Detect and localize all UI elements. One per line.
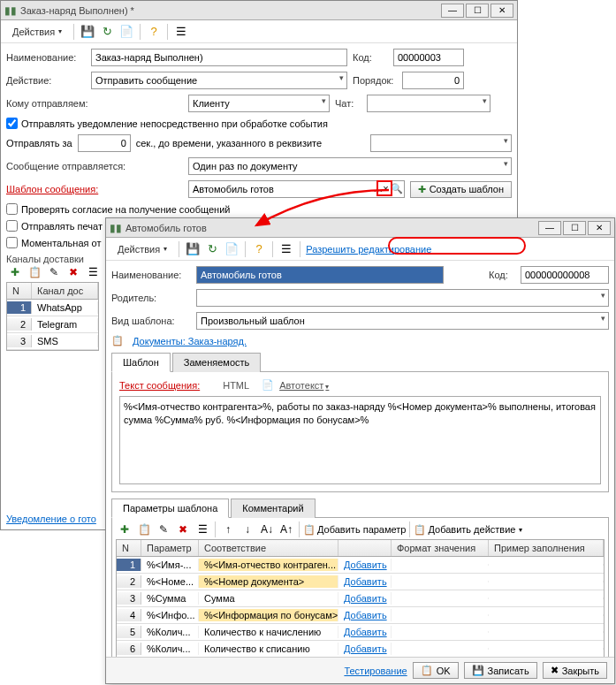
tab-comment[interactable]: Комментарий [231, 499, 315, 518]
testing-link[interactable]: Тестирование [344, 666, 407, 676]
create-template-button[interactable]: ✚Создать шаблон [410, 181, 512, 198]
table-row[interactable]: 2Telegram [7, 316, 98, 333]
up-icon[interactable]: ↑ [219, 521, 237, 537]
app-icon: ▮▮ [4, 4, 17, 17]
save-icon[interactable]: 💾 [185, 241, 201, 257]
add-icon[interactable]: ✚ [6, 264, 24, 280]
close-button[interactable]: ✕ [491, 4, 513, 18]
recipient-combo[interactable] [188, 95, 330, 112]
template-label[interactable]: Шаблон сообщения: [6, 184, 183, 194]
save-icon[interactable]: 💾 [80, 24, 95, 40]
name-input[interactable] [91, 49, 347, 66]
add-link[interactable]: Добавить [344, 643, 387, 654]
add-action-button[interactable]: 📋Добавить действие▾ [414, 524, 522, 536]
sort-asc-icon[interactable]: A↓ [258, 521, 276, 537]
close-button[interactable]: ✕ [588, 221, 611, 235]
copy-icon[interactable]: 📋 [26, 264, 43, 280]
name-label-2: Наименование: [111, 270, 191, 280]
maximize-button[interactable]: ☐ [563, 221, 586, 235]
name-input-2[interactable] [196, 266, 444, 284]
doc-icon[interactable]: 📄 [118, 24, 134, 40]
add-link[interactable]: Добавить [344, 576, 387, 587]
ok-button[interactable]: 📋 OK [413, 662, 459, 679]
chat-combo[interactable] [367, 95, 491, 112]
list-icon[interactable]: ☰ [278, 241, 294, 257]
type-label: Вид шаблона: [111, 316, 191, 326]
code-input-2[interactable] [521, 266, 609, 284]
delete-icon[interactable]: ✖ [174, 521, 192, 537]
window-template-editor: ▮▮ Автомобиль готов — ☐ ✕ Действия▾ 💾 ↻ … [105, 217, 615, 684]
sort-desc-icon[interactable]: A↑ [278, 521, 295, 537]
docs-link[interactable]: Документы: Заказ-наряд. [133, 336, 247, 346]
edit-icon[interactable]: ✎ [155, 521, 172, 537]
titlebar[interactable]: ▮▮ Заказ-наряд Выполнен) * — ☐ ✕ [1, 1, 517, 20]
minimize-button[interactable]: — [441, 4, 464, 18]
actions-menu-2[interactable]: Действия▾ [111, 241, 173, 257]
doc-icon[interactable]: 📄 [224, 241, 240, 257]
add-link[interactable]: Добавить [344, 627, 387, 637]
add-param-button[interactable]: 📋Добавить параметр [303, 524, 406, 536]
name-label: Наименование: [6, 52, 86, 63]
action-combo[interactable] [91, 72, 347, 89]
code-input[interactable] [393, 49, 464, 66]
chk-print[interactable] [6, 220, 18, 232]
add-link[interactable]: Добавить [344, 593, 387, 604]
delete-icon[interactable]: ✖ [65, 264, 82, 280]
highlight-search [376, 180, 392, 196]
send-for-req[interactable] [370, 134, 512, 152]
add-icon[interactable]: ✚ [116, 521, 133, 537]
table-row[interactable]: 3%СуммаСуммаДобавить [117, 590, 604, 607]
maximize-button[interactable]: ☐ [466, 4, 489, 18]
autotext-button[interactable]: Автотекст▾ [279, 380, 329, 391]
window-title-2: Автомобиль готов [125, 223, 538, 233]
refresh-icon[interactable]: ↻ [99, 24, 115, 40]
msg-sent-combo[interactable] [188, 157, 512, 175]
parent-combo[interactable] [196, 289, 609, 307]
toolbar-2: Действия▾ 💾 ↻ 📄 ? ☰ Разрешить редактиров… [106, 238, 614, 261]
refresh-icon[interactable]: ↻ [204, 241, 220, 257]
chk-instant[interactable] [6, 237, 18, 248]
code-label: Код: [353, 52, 388, 63]
chk-consent[interactable] [6, 203, 18, 215]
message-body[interactable]: %<Имя-отчество контрагента>%, работы по … [119, 396, 601, 484]
app-icon: ▮▮ [110, 222, 122, 234]
window-title: Заказ-наряд Выполнен) * [20, 5, 441, 16]
table-row[interactable]: 4%<Инфо...%<Информация по бонусам>Добави… [117, 607, 604, 624]
footer-link[interactable]: Уведомление о гото [6, 514, 96, 524]
help-icon[interactable]: ? [146, 24, 162, 40]
actions-menu[interactable]: Действия▾ [6, 24, 68, 40]
add-link[interactable]: Добавить [344, 610, 387, 620]
order-input[interactable] [402, 72, 464, 89]
edit-icon[interactable]: ✎ [45, 264, 63, 280]
table-row[interactable]: 1WhatsApp [7, 300, 98, 316]
template-input[interactable] [188, 180, 405, 198]
table-row[interactable]: 3SMS [7, 333, 98, 350]
text-label[interactable]: Текст сообщения: [119, 380, 200, 391]
table-row[interactable]: 1%<Имя-...%<Имя-отчество контраген...Доб… [117, 557, 604, 574]
help-icon[interactable]: ? [251, 241, 267, 257]
code-label-2: Код: [489, 270, 515, 280]
titlebar-2[interactable]: ▮▮ Автомобиль готов — ☐ ✕ [106, 218, 614, 238]
table-row[interactable]: 2%<Номе...%<Номер документа>Добавить [117, 574, 604, 590]
type-combo[interactable] [196, 312, 609, 330]
table-row[interactable]: 5%Колич...Количество к начислениюДобавит… [117, 624, 604, 641]
chk-immediate[interactable] [6, 118, 18, 129]
recipient-label: Кому отправляем: [6, 98, 183, 109]
copy-icon[interactable]: 📋 [135, 521, 153, 537]
list-icon[interactable]: ☰ [173, 24, 189, 40]
parent-label: Родитель: [111, 293, 191, 303]
tab-replace[interactable]: Заменяемость [172, 353, 262, 372]
chat-label: Чат: [335, 98, 361, 109]
minimize-button[interactable]: — [538, 221, 561, 235]
close-button-2[interactable]: ✖ Закрыть [543, 662, 607, 679]
more-icon[interactable]: ☰ [84, 264, 102, 280]
table-row[interactable]: 6%Колич...Количество к списаниюДобавить [117, 641, 604, 658]
send-for-input[interactable] [78, 134, 131, 152]
tab-params[interactable]: Параметры шаблона [111, 499, 229, 518]
more-icon[interactable]: ☰ [194, 521, 211, 537]
down-icon[interactable]: ↓ [239, 521, 256, 537]
save-button[interactable]: 💾 Записать [464, 662, 537, 679]
tab-template[interactable]: Шаблон [111, 353, 171, 372]
html-button[interactable]: HTML [223, 380, 249, 391]
add-link[interactable]: Добавить [344, 559, 387, 570]
